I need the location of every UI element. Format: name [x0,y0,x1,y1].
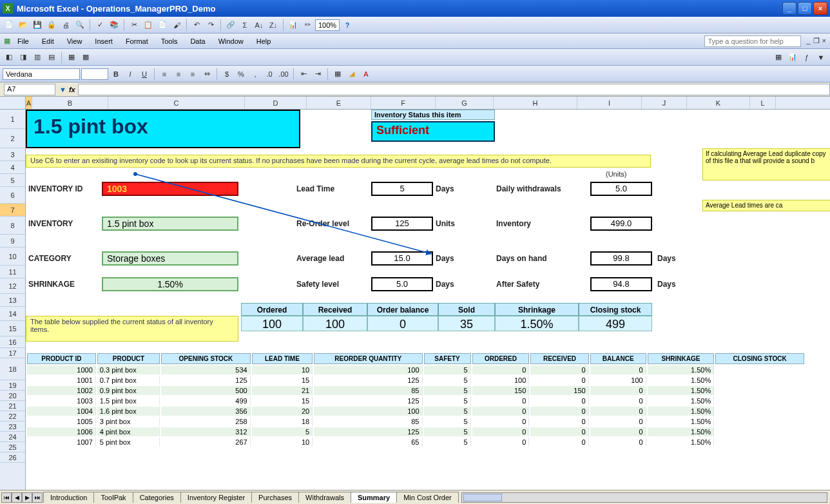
sheet-tab-toolpak[interactable]: ToolPak [93,492,133,503]
merge-icon[interactable]: ⇔ [200,68,213,81]
tab-prev-icon[interactable]: ◀ [12,492,22,503]
zoom-select[interactable]: 100% [315,19,340,31]
table-row[interactable]: 10041.6 pint box3562010050001.50% [27,407,804,416]
col-C[interactable]: C [108,97,245,109]
close-button[interactable]: × [813,2,827,15]
row-2[interactable]: 2 [0,129,25,148]
menu-help[interactable]: Help [251,35,277,48]
row-19[interactable]: 19 [0,380,25,391]
col-G[interactable]: G [436,97,494,109]
doc-close-icon[interactable]: × [822,37,826,45]
tab-nav[interactable]: ⏮ ◀ ▶ ⏭ [0,492,44,503]
format-painter-icon[interactable]: 🖌 [170,19,183,32]
btn-a[interactable]: ◧ [3,51,15,64]
table-row[interactable]: 10053 pint box258188550001.50% [27,417,804,426]
autosum-icon[interactable]: Σ [238,19,251,32]
new-icon[interactable]: 📄 [3,19,15,32]
print-icon[interactable]: 🖨 [59,19,72,32]
row-25[interactable]: 25 [0,442,25,452]
col-B[interactable]: B [32,97,108,109]
row-4[interactable]: 4 [0,161,25,174]
sheet-tab-categories[interactable]: Categories [133,492,181,503]
fx-icon-label[interactable]: fx [69,86,75,93]
menu-edit[interactable]: Edit [36,35,60,48]
sheet-tab-purchases[interactable]: Purchases [251,492,299,503]
table-row[interactable]: 10000.3 pint box5341010050001.50% [27,365,804,374]
row-1[interactable]: 1 [0,110,25,129]
undo-icon[interactable]: ↶ [190,19,203,32]
print-preview-icon[interactable]: 🔍 [73,19,86,32]
maximize-button[interactable]: □ [798,2,812,15]
align-right-icon[interactable]: ≡ [186,68,199,81]
pivot-icon[interactable]: ▦ [772,51,785,64]
name-box[interactable]: A7 [4,84,55,95]
menu-insert[interactable]: Insert [89,35,119,48]
btn-c[interactable]: ▥ [31,51,44,64]
row-8[interactable]: 8 [0,217,25,235]
row-15[interactable]: 15 [0,321,25,336]
row-12[interactable]: 12 [0,278,25,294]
row-11[interactable]: 11 [0,266,25,278]
inc-indent-icon[interactable]: ⇥ [311,68,324,81]
sheet-tab-summary[interactable]: Summary [351,492,397,503]
tab-first-icon[interactable]: ⏮ [1,492,12,503]
align-center-icon[interactable]: ≡ [172,68,185,81]
permission-icon[interactable]: 🔒 [45,19,58,32]
doc-minimize-icon[interactable]: _ [806,37,810,45]
sort-desc-icon[interactable]: Z↓ [267,19,280,32]
menu-view[interactable]: View [61,35,88,48]
sheet-tab-min-cost-order[interactable]: Min Cost Order [396,492,459,503]
tab-next-icon[interactable]: ▶ [22,492,32,503]
table-row[interactable]: 10064 pint box312512550001.50% [27,427,804,436]
currency-icon[interactable]: $ [220,68,233,81]
col-L[interactable]: L [750,97,776,109]
font-color-icon[interactable]: A [360,68,372,81]
row-26[interactable]: 26 [0,452,25,463]
col-K[interactable]: K [687,97,750,109]
row-20[interactable]: 20 [0,391,25,401]
btn-f[interactable]: ▩ [79,51,92,64]
row-18[interactable]: 18 [0,358,25,380]
help-search-input[interactable] [704,35,801,47]
table-row[interactable]: 10020.9 pint box5002185515015001.50% [27,386,804,395]
row-7[interactable]: 7 [0,204,25,217]
bold-icon[interactable]: B [110,68,122,81]
open-icon[interactable]: 📂 [17,19,30,32]
dec-indent-icon[interactable]: ⇤ [297,68,310,81]
redo-icon[interactable]: ↷ [204,19,217,32]
chart-icon[interactable]: 📊 [287,19,300,32]
research-icon[interactable]: 📚 [108,19,121,32]
row-13[interactable]: 13 [0,294,25,307]
comma-icon[interactable]: , [249,68,262,81]
filter-icon[interactable]: ▼ [815,51,827,64]
sheet-tab-introduction[interactable]: Introduction [43,492,94,503]
tab-last-icon[interactable]: ⏭ [32,492,43,503]
font-select[interactable]: Verdana [3,68,80,80]
menu-file[interactable]: File [12,35,35,48]
select-all-corner[interactable] [0,97,26,110]
menu-data[interactable]: Data [184,35,211,48]
horizontal-scrollbar[interactable] [461,492,827,503]
row-23[interactable]: 23 [0,422,25,432]
sort-asc-icon[interactable]: A↓ [253,19,265,32]
table-row[interactable]: 10075 pint box267106550001.50% [27,438,804,447]
value-inventory-id[interactable]: 1003 [102,182,238,196]
formula-bar[interactable] [78,84,830,95]
inc-decimal-icon[interactable]: .0 [263,68,276,81]
value-lead-time[interactable]: 5 [371,182,433,196]
dec-decimal-icon[interactable]: .00 [277,68,290,81]
col-A[interactable]: A [26,97,32,109]
excel-doc-icon[interactable]: ▦ [4,37,10,45]
row-6[interactable]: 6 [0,187,25,204]
table-row[interactable]: 10031.5 pint box4991512550001.50% [27,396,804,405]
hyperlink-icon[interactable]: 🔗 [224,19,237,32]
help-icon[interactable]: ? [341,19,354,32]
align-left-icon[interactable]: ≡ [158,68,171,81]
row-22[interactable]: 22 [0,411,25,422]
row-3[interactable]: 3 [0,148,25,161]
menu-window[interactable]: Window [213,35,249,48]
col-D[interactable]: D [245,97,307,109]
spelling-icon[interactable]: ✓ [93,19,106,32]
row-24[interactable]: 24 [0,432,25,442]
col-F[interactable]: F [371,97,436,109]
